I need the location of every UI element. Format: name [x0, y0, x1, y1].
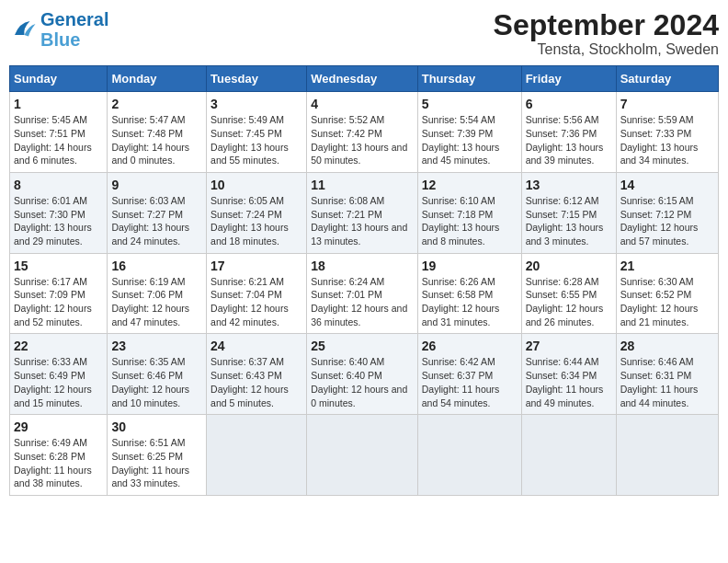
header: General Blue September 2024 Tensta, Stoc…	[9, 9, 719, 58]
sunset: Sunset: 6:49 PM	[14, 370, 85, 381]
calendar-body: 1 Sunrise: 5:45 AM Sunset: 7:51 PM Dayli…	[10, 92, 719, 496]
sunrise: Sunrise: 5:56 AM	[526, 114, 599, 125]
sunrise: Sunrise: 6:35 AM	[111, 356, 185, 367]
day-number: 8	[14, 178, 103, 192]
daylight: Daylight: 12 hours and 57 minutes.	[620, 222, 699, 247]
day-info: Sunrise: 6:35 AM Sunset: 6:46 PM Dayligh…	[111, 355, 202, 409]
cell-w3-d1: 16 Sunrise: 6:19 AM Sunset: 7:06 PM Dayl…	[108, 253, 207, 334]
daylight: Daylight: 11 hours and 44 minutes.	[620, 384, 699, 408]
daylight: Daylight: 12 hours and 42 minutes.	[210, 303, 289, 327]
day-number: 30	[111, 419, 202, 434]
daylight: Daylight: 13 hours and 50 minutes.	[311, 142, 407, 167]
sunrise: Sunrise: 6:28 AM	[526, 276, 599, 287]
week-row-5: 29 Sunrise: 6:49 AM Sunset: 6:28 PM Dayl…	[10, 415, 719, 496]
day-info: Sunrise: 6:33 AM Sunset: 6:49 PM Dayligh…	[14, 355, 103, 409]
main-title: September 2024	[494, 9, 719, 41]
sunrise: Sunrise: 6:15 AM	[620, 195, 694, 206]
col-tuesday: Tuesday	[207, 66, 307, 92]
sunrise: Sunrise: 6:03 AM	[111, 195, 185, 206]
cell-w1-d5: 6 Sunrise: 5:56 AM Sunset: 7:36 PM Dayli…	[521, 92, 616, 173]
week-row-4: 22 Sunrise: 6:33 AM Sunset: 6:49 PM Dayl…	[10, 334, 719, 415]
cell-w2-d1: 9 Sunrise: 6:03 AM Sunset: 7:27 PM Dayli…	[108, 172, 207, 253]
sunset: Sunset: 7:33 PM	[620, 128, 692, 139]
sunset: Sunset: 6:34 PM	[526, 370, 597, 381]
sunset: Sunset: 7:04 PM	[210, 289, 282, 300]
cell-w4-d1: 23 Sunrise: 6:35 AM Sunset: 6:46 PM Dayl…	[108, 334, 207, 415]
cell-w3-d0: 15 Sunrise: 6:17 AM Sunset: 7:09 PM Dayl…	[10, 253, 108, 334]
day-info: Sunrise: 5:49 AM Sunset: 7:45 PM Dayligh…	[210, 113, 302, 167]
sunset: Sunset: 7:18 PM	[422, 209, 494, 220]
day-number: 21	[620, 259, 714, 273]
col-thursday: Thursday	[417, 66, 521, 92]
daylight: Daylight: 12 hours and 10 minutes.	[111, 384, 189, 408]
cell-w4-d2: 24 Sunrise: 6:37 AM Sunset: 6:43 PM Dayl…	[207, 334, 307, 415]
daylight: Daylight: 12 hours and 26 minutes.	[526, 303, 604, 327]
daylight: Daylight: 14 hours and 0 minutes.	[111, 142, 189, 167]
cell-w2-d6: 14 Sunrise: 6:15 AM Sunset: 7:12 PM Dayl…	[616, 172, 718, 253]
sunrise: Sunrise: 6:17 AM	[14, 276, 87, 287]
sunset: Sunset: 6:37 PM	[422, 370, 494, 381]
sunrise: Sunrise: 6:33 AM	[14, 356, 87, 367]
daylight: Daylight: 13 hours and 8 minutes.	[422, 222, 500, 247]
cell-w1-d0: 1 Sunrise: 5:45 AM Sunset: 7:51 PM Dayli…	[10, 92, 108, 173]
daylight: Daylight: 13 hours and 13 minutes.	[311, 222, 407, 247]
sunrise: Sunrise: 5:49 AM	[210, 114, 284, 125]
sunset: Sunset: 7:42 PM	[311, 128, 382, 139]
calendar-table: Sunday Monday Tuesday Wednesday Thursday…	[9, 65, 719, 496]
week-row-3: 15 Sunrise: 6:17 AM Sunset: 7:09 PM Dayl…	[10, 253, 719, 334]
sunrise: Sunrise: 6:01 AM	[14, 195, 87, 206]
cell-w2-d0: 8 Sunrise: 6:01 AM Sunset: 7:30 PM Dayli…	[10, 172, 108, 253]
day-number: 11	[311, 178, 414, 192]
day-number: 13	[526, 178, 612, 192]
day-info: Sunrise: 6:42 AM Sunset: 6:37 PM Dayligh…	[422, 355, 518, 409]
day-number: 23	[111, 339, 202, 353]
daylight: Daylight: 13 hours and 45 minutes.	[422, 142, 500, 167]
sunrise: Sunrise: 6:24 AM	[311, 276, 384, 287]
day-info: Sunrise: 5:56 AM Sunset: 7:36 PM Dayligh…	[526, 113, 612, 167]
day-info: Sunrise: 6:46 AM Sunset: 6:31 PM Dayligh…	[620, 355, 714, 409]
day-number: 1	[14, 97, 103, 111]
sunset: Sunset: 6:31 PM	[620, 370, 692, 381]
col-saturday: Saturday	[616, 66, 718, 92]
sunrise: Sunrise: 6:42 AM	[422, 356, 495, 367]
sunrise: Sunrise: 6:37 AM	[210, 356, 284, 367]
cell-w5-d5	[521, 415, 616, 496]
sunset: Sunset: 7:36 PM	[526, 128, 597, 139]
daylight: Daylight: 12 hours and 47 minutes.	[111, 303, 189, 327]
day-number: 15	[14, 259, 103, 273]
daylight: Daylight: 12 hours and 0 minutes.	[311, 384, 407, 408]
sunset: Sunset: 6:43 PM	[210, 370, 282, 381]
sunrise: Sunrise: 6:19 AM	[111, 276, 185, 287]
daylight: Daylight: 12 hours and 15 minutes.	[14, 384, 92, 408]
day-number: 16	[111, 259, 202, 273]
sunset: Sunset: 6:55 PM	[526, 289, 597, 300]
cell-w1-d4: 5 Sunrise: 5:54 AM Sunset: 7:39 PM Dayli…	[417, 92, 521, 173]
daylight: Daylight: 13 hours and 3 minutes.	[526, 222, 604, 247]
day-number: 9	[111, 178, 202, 192]
col-sunday: Sunday	[10, 66, 108, 92]
sunrise: Sunrise: 6:44 AM	[526, 356, 599, 367]
daylight: Daylight: 11 hours and 33 minutes.	[111, 465, 189, 489]
day-number: 12	[422, 178, 518, 192]
sunrise: Sunrise: 5:54 AM	[422, 114, 495, 125]
cell-w3-d6: 21 Sunrise: 6:30 AM Sunset: 6:52 PM Dayl…	[616, 253, 718, 334]
day-info: Sunrise: 6:24 AM Sunset: 7:01 PM Dayligh…	[311, 275, 414, 329]
day-info: Sunrise: 6:17 AM Sunset: 7:09 PM Dayligh…	[14, 275, 103, 329]
day-info: Sunrise: 6:08 AM Sunset: 7:21 PM Dayligh…	[311, 194, 414, 248]
cell-w2-d2: 10 Sunrise: 6:05 AM Sunset: 7:24 PM Dayl…	[207, 172, 307, 253]
col-wednesday: Wednesday	[307, 66, 418, 92]
week-row-1: 1 Sunrise: 5:45 AM Sunset: 7:51 PM Dayli…	[10, 92, 719, 173]
cell-w5-d1: 30 Sunrise: 6:51 AM Sunset: 6:25 PM Dayl…	[108, 415, 207, 496]
sunrise: Sunrise: 6:26 AM	[422, 276, 495, 287]
sunrise: Sunrise: 5:45 AM	[14, 114, 87, 125]
cell-w5-d4	[417, 415, 521, 496]
cell-w3-d4: 19 Sunrise: 6:26 AM Sunset: 6:58 PM Dayl…	[417, 253, 521, 334]
sunrise: Sunrise: 5:47 AM	[111, 114, 185, 125]
day-number: 28	[620, 339, 714, 353]
daylight: Daylight: 11 hours and 38 minutes.	[14, 465, 92, 489]
sunrise: Sunrise: 6:12 AM	[526, 195, 599, 206]
day-number: 6	[526, 97, 612, 111]
day-info: Sunrise: 6:05 AM Sunset: 7:24 PM Dayligh…	[210, 194, 302, 248]
logo: General Blue	[9, 9, 108, 50]
day-number: 10	[210, 178, 302, 192]
